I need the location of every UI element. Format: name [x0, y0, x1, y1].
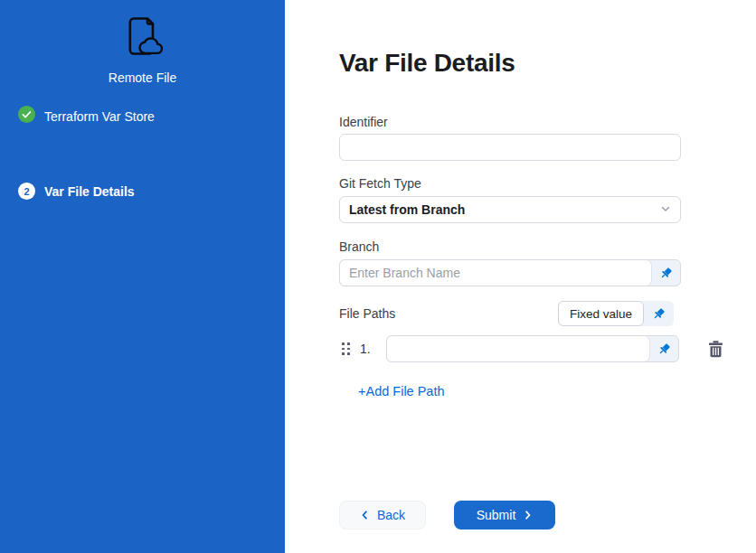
file-paths-header: File Paths Fixed value [339, 301, 681, 326]
remote-file-icon [122, 14, 164, 61]
branch-input-group [339, 259, 681, 286]
var-file-form: Identifier Git Fetch Type Latest from Br… [339, 115, 681, 326]
git-fetch-type-select[interactable]: Latest from Branch [339, 196, 681, 223]
page-title: Var File Details [339, 47, 756, 80]
wizard-footer: Back Submit [339, 501, 756, 530]
drag-handle-icon[interactable] [342, 342, 350, 355]
file-paths-runtime-pin-button[interactable] [644, 301, 674, 326]
delete-file-path-button[interactable] [707, 340, 724, 358]
pin-icon [652, 307, 666, 321]
wizard-sidebar: Remote File Terraform Var Store 2 Var Fi… [0, 0, 285, 553]
file-path-input-group [386, 335, 679, 362]
branch-input[interactable] [340, 260, 651, 286]
check-circle-icon [18, 106, 35, 127]
file-paths-label: File Paths [339, 306, 395, 321]
pin-icon [659, 267, 673, 280]
file-path-input[interactable] [387, 336, 649, 361]
identifier-input[interactable] [339, 134, 681, 161]
branch-runtime-pin-button[interactable] [651, 260, 680, 286]
step-number-badge: 2 [18, 183, 35, 200]
trash-icon [707, 340, 724, 358]
file-paths-multitype-control: Fixed value [558, 301, 674, 326]
git-fetch-type-label: Git Fetch Type [339, 176, 681, 191]
file-path-row-index: 1. [360, 342, 373, 356]
step-content-panel: Var File Details Identifier Git Fetch Ty… [285, 0, 756, 553]
add-file-path-link[interactable]: +Add File Path [358, 384, 445, 398]
step-label: Terraform Var Store [44, 109, 155, 124]
chevron-left-icon [360, 510, 370, 520]
step-list: Terraform Var Store 2 Var File Details [0, 106, 285, 200]
module-label: Remote File [109, 70, 176, 85]
back-button-label: Back [377, 508, 405, 522]
sidebar-step-var-file-details[interactable]: 2 Var File Details [0, 183, 285, 200]
sidebar-step-terraform-var-store[interactable]: Terraform Var Store [0, 106, 285, 127]
back-button[interactable]: Back [339, 501, 426, 530]
chevron-down-icon [660, 202, 671, 218]
module-header: Remote File [0, 14, 285, 85]
file-path-row: 1. [342, 335, 756, 362]
branch-label: Branch [339, 239, 681, 254]
identifier-label: Identifier [339, 115, 681, 129]
submit-button-label: Submit [477, 508, 516, 522]
file-path-runtime-pin-button[interactable] [649, 336, 678, 361]
plus-icon: + [358, 384, 365, 398]
pin-icon [657, 342, 671, 356]
add-file-path-label: Add File Path [365, 384, 444, 398]
git-fetch-type-value: Latest from Branch [349, 202, 660, 217]
chevron-right-icon [523, 510, 533, 520]
fixed-value-button[interactable]: Fixed value [558, 301, 644, 326]
submit-button[interactable]: Submit [454, 501, 555, 530]
step-label: Var File Details [44, 184, 135, 199]
